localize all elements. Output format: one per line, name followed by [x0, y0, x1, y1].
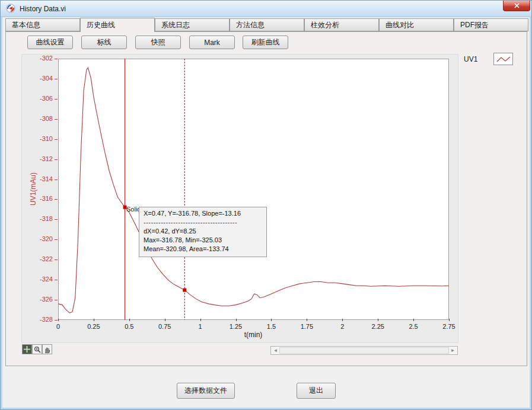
x-tick-mark: [342, 319, 343, 321]
select-data-file-button[interactable]: 选择数据文件: [177, 383, 235, 399]
y-tick-label: -322: [22, 255, 53, 262]
scroll-left-icon[interactable]: ◄: [272, 347, 279, 354]
x-tick-mark: [271, 319, 272, 321]
y-tick-mark: [55, 180, 58, 180]
y-tick-mark: [55, 159, 58, 160]
y-tick-label: -316: [22, 195, 53, 202]
mark-button[interactable]: Mark: [189, 36, 235, 49]
history-data-window: History Data.vi 基本信息 历史曲线 系统日志 方法信息 柱效分析…: [0, 0, 532, 410]
cursor-annotation-box: X=0.47, Y=-316.78, Slope=-13.16 --------…: [139, 207, 267, 257]
pan-tool-icon[interactable]: [42, 344, 52, 354]
marker-line-button[interactable]: 标线: [81, 36, 127, 49]
tab-history-curve[interactable]: 历史曲线: [80, 18, 155, 32]
labview-vi-icon: [6, 4, 15, 13]
tab-column-efficiency[interactable]: 柱效分析: [304, 18, 379, 31]
refresh-curve-button[interactable]: 刷新曲线: [243, 36, 288, 49]
y-tick-mark: [55, 199, 58, 200]
x-tick-mark: [129, 319, 130, 321]
tab-pdf-report[interactable]: PDF报告: [454, 18, 528, 31]
y-tick-mark: [55, 280, 58, 280]
title-bar: History Data.vi: [1, 1, 532, 17]
y-tick-mark: [55, 219, 58, 220]
y-tick-mark: [55, 79, 58, 79]
y-tick-label: -328: [22, 316, 53, 323]
x-tick-mark: [378, 319, 378, 321]
tab-method-info[interactable]: 方法信息: [230, 18, 304, 31]
close-icon: [514, 3, 520, 8]
y-tick-label: -326: [22, 296, 53, 303]
chart-horizontal-scrollbar[interactable]: ◄ ►: [270, 346, 458, 355]
x-tick-mark: [236, 319, 237, 321]
x-tick-mark: [200, 319, 201, 321]
tab-basic-info[interactable]: 基本信息: [5, 18, 80, 31]
tab-curve-compare[interactable]: 曲线对比: [379, 18, 454, 31]
exit-button[interactable]: 退出: [297, 383, 336, 399]
y-tick-label: -324: [22, 276, 53, 283]
annotation-separator: --------------------------------------: [144, 218, 262, 227]
x-tick-label: 2.25: [365, 323, 391, 330]
series-line-UV1: [58, 68, 449, 313]
x-tick-mark: [165, 319, 165, 321]
cursor-tool-icon[interactable]: [22, 344, 32, 354]
crosshair-icon: [24, 346, 30, 353]
close-button[interactable]: [503, 1, 530, 11]
x-tick-label: 0.75: [152, 323, 178, 330]
legend-plot-style-button[interactable]: [493, 53, 513, 65]
zoom-tool-icon[interactable]: [32, 344, 42, 354]
y-tick-mark: [55, 139, 58, 140]
x-tick-label: 2.5: [400, 323, 426, 330]
x-tick-label: 1.75: [294, 323, 320, 330]
tab-system-log[interactable]: 系统日志: [155, 18, 230, 31]
annotation-line-meanarea: Mean=-320.98, Area=-133.74: [144, 245, 262, 254]
scrollbar-thumb[interactable]: [279, 347, 449, 354]
window-title: History Data.vi: [20, 5, 66, 13]
y-tick-label: -320: [22, 235, 53, 242]
y-tick-mark: [55, 300, 58, 300]
annotation-line-xy: X=0.47, Y=-316.78, Slope=-13.16: [144, 209, 262, 218]
snapshot-button[interactable]: 快照: [135, 36, 181, 49]
x-tick-mark: [58, 319, 59, 321]
y-axis-title: UV1(mAu): [29, 172, 37, 206]
curve-settings-button[interactable]: 曲线设置: [27, 36, 73, 49]
chromatogram-curve[interactable]: [58, 59, 449, 320]
y-tick-label: -312: [22, 155, 53, 162]
y-tick-mark: [55, 59, 58, 59]
y-tick-label: -314: [22, 175, 53, 182]
cursor-marker-2[interactable]: [183, 289, 186, 292]
x-tick-label: 1.25: [223, 323, 249, 330]
y-tick-label: -304: [22, 75, 53, 82]
x-tick-label: 0.5: [116, 323, 142, 330]
y-tick-label: -318: [22, 215, 53, 222]
y-tick-mark: [55, 239, 58, 240]
y-tick-label: -308: [22, 115, 53, 122]
hand-icon: [44, 346, 51, 353]
legend-series-label: UV1: [464, 55, 477, 63]
y-tick-label: -302: [22, 55, 53, 62]
x-tick-label: 1.5: [258, 323, 284, 330]
magnifier-icon: [34, 346, 41, 353]
scroll-right-icon[interactable]: ►: [449, 347, 457, 354]
x-tick-mark: [307, 319, 307, 321]
annotation-line-maxmin: Max=-316.78, Min=-325.03: [144, 236, 262, 245]
y-tick-label: -310: [22, 135, 53, 142]
x-tick-mark: [413, 319, 414, 321]
x-tick-label: 2: [329, 323, 355, 330]
y-tick-label: -306: [22, 95, 53, 102]
x-tick-label: 1: [187, 323, 214, 330]
y-tick-mark: [55, 320, 58, 321]
y-tick-mark: [55, 260, 58, 260]
annotation-line-delta: dX=0.42, dY=8.25: [144, 227, 262, 236]
x-tick-label: 0.25: [81, 323, 107, 330]
legend-line-icon: [496, 55, 511, 63]
x-tick-label: 0: [45, 323, 71, 330]
x-axis-title: t(min): [244, 331, 263, 339]
x-tick-mark: [449, 319, 450, 321]
x-tick-label: 2.75: [436, 323, 462, 330]
y-tick-mark: [55, 99, 58, 100]
x-tick-mark: [94, 319, 94, 321]
y-tick-mark: [55, 119, 58, 120]
